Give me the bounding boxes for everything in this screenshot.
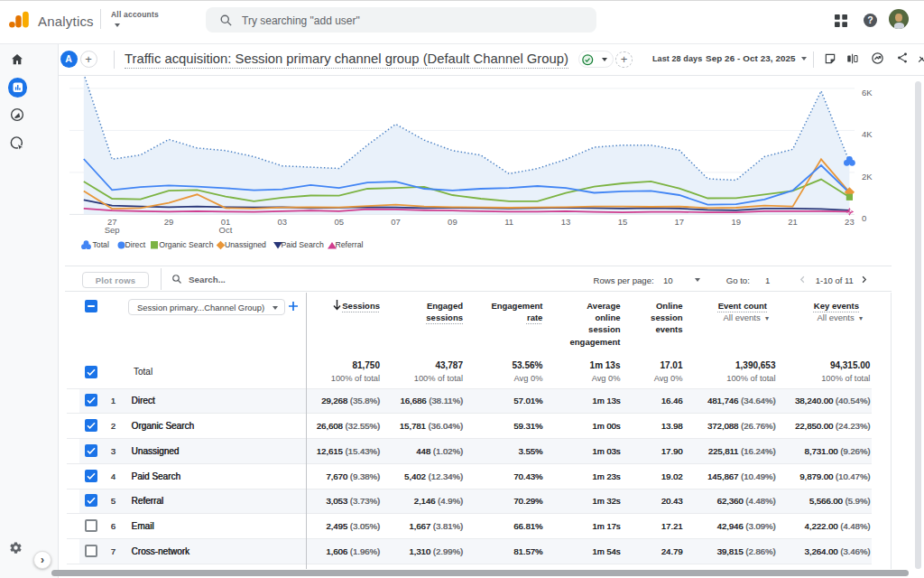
svg-text:29: 29	[164, 217, 174, 227]
svg-text:11: 11	[504, 217, 513, 227]
svg-text:Sep: Sep	[105, 225, 120, 235]
svg-text:05: 05	[334, 217, 344, 227]
svg-text:15: 15	[618, 217, 628, 227]
svg-text:Oct: Oct	[219, 225, 233, 235]
svg-text:6K: 6K	[862, 88, 873, 98]
svg-text:4K: 4K	[862, 129, 873, 139]
svg-text:07: 07	[391, 217, 401, 227]
svg-text:19: 19	[731, 217, 741, 227]
svg-text:21: 21	[788, 217, 798, 227]
svg-text:0: 0	[862, 213, 866, 223]
svg-text:09: 09	[448, 217, 457, 227]
svg-text:03: 03	[278, 217, 288, 227]
svg-text:23: 23	[845, 217, 855, 227]
svg-text:17: 17	[675, 217, 685, 227]
svg-text:2K: 2K	[862, 172, 873, 182]
svg-text:13: 13	[561, 217, 571, 227]
